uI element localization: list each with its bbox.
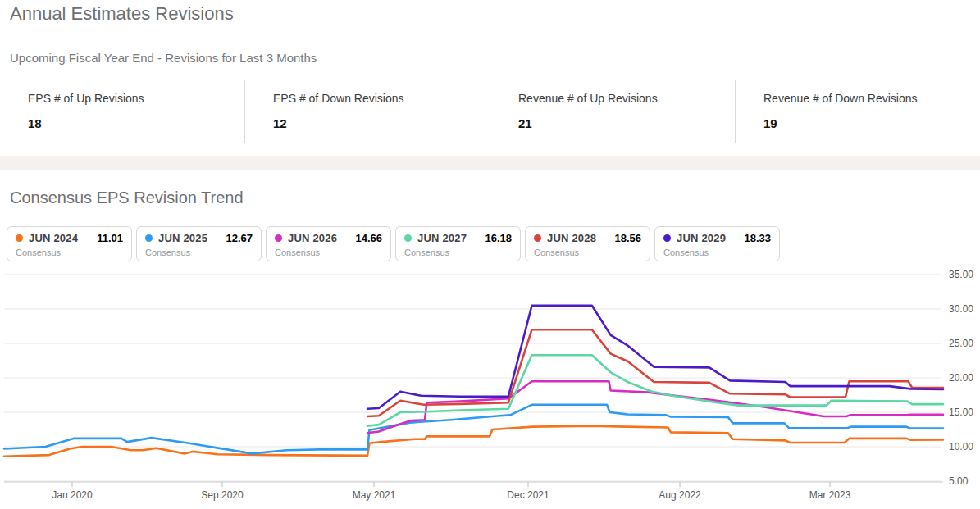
page-subtitle: Upcoming Fiscal Year End - Revisions for… [10, 51, 317, 65]
y-axis-tick-label: 30.00 [949, 303, 973, 315]
series-consensus-value: 11.01 [97, 232, 123, 244]
legend-card-jun-2026[interactable]: JUN 2026 14.66 Consensus [266, 226, 391, 261]
legend-card-top: JUN 2028 18.56 [534, 232, 641, 244]
series-consensus-value: 12.67 [226, 232, 253, 244]
series-name: JUN 2027 [417, 232, 467, 244]
y-axis-tick-label: 5.00 [949, 475, 969, 487]
stat-card-revenue-up-revisions: Revenue # of Up Revisions 21 [490, 80, 735, 143]
legend-card-jun-2025[interactable]: JUN 2025 12.67 Consensus [136, 226, 262, 261]
stat-card-eps-up-revisions: EPS # of Up Revisions 18 [0, 80, 244, 143]
series-sublabel: Consensus [16, 248, 123, 257]
series-consensus-value: 18.56 [614, 232, 641, 244]
page-title: Annual Estimates Revisions [10, 3, 234, 25]
series-consensus-value: 18.33 [744, 232, 771, 244]
series-consensus-value: 14.66 [355, 232, 382, 244]
legend-card-top: JUN 2027 16.18 [404, 232, 512, 244]
series-color-dot [145, 234, 153, 242]
x-axis-tick-label: Mar 2023 [809, 489, 851, 501]
stat-value: 12 [273, 116, 481, 130]
x-axis-tick-label: Dec 2021 [507, 489, 549, 501]
series-consensus-value: 16.18 [485, 232, 512, 244]
stat-value: 18 [28, 116, 236, 130]
series-line-jun-2028 [367, 329, 943, 416]
series-sublabel: Consensus [145, 248, 253, 257]
eps-trend-chart[interactable]: 35.0030.0025.0020.0015.0010.005.00Jan 20… [0, 269, 980, 509]
series-name: JUN 2024 [29, 232, 78, 244]
y-axis-tick-label: 10.00 [949, 441, 973, 452]
trend-section-title: Consensus EPS Revision Trend [10, 189, 244, 207]
series-line-jun-2024 [4, 426, 943, 457]
series-sublabel: Consensus [534, 248, 641, 257]
legend-card-jun-2028[interactable]: JUN 2028 18.56 Consensus [525, 226, 650, 261]
legend-card-top: JUN 2024 11.01 [16, 232, 123, 244]
stat-value: 19 [763, 116, 972, 130]
stat-card-eps-down-revisions: EPS # of Down Revisions 12 [244, 80, 490, 143]
series-sublabel: Consensus [663, 248, 771, 257]
series-name: JUN 2028 [547, 232, 596, 244]
y-axis-tick-label: 20.00 [949, 372, 973, 384]
revisions-stats-row: EPS # of Up Revisions 18 EPS # of Down R… [0, 80, 980, 143]
section-divider-band [0, 156, 980, 170]
legend-card-jun-2024[interactable]: JUN 2024 11.01 Consensus [7, 226, 132, 261]
y-axis-tick-label: 35.00 [949, 269, 973, 280]
series-line-jun-2026 [367, 381, 943, 433]
series-name: JUN 2025 [158, 232, 207, 244]
series-color-dot [663, 234, 671, 242]
legend-card-top: JUN 2029 18.33 [663, 232, 771, 244]
series-name: JUN 2029 [677, 232, 726, 244]
x-axis-tick-label: May 2021 [353, 489, 396, 501]
stat-label: EPS # of Up Revisions [28, 92, 236, 105]
stat-label: Revenue # of Down Revisions [763, 92, 972, 105]
annual-estimates-revisions-page: Annual Estimates Revisions Upcoming Fisc… [0, 0, 980, 509]
legend-card-top: JUN 2025 12.67 [145, 232, 253, 244]
legend-card-top: JUN 2026 14.66 [275, 232, 382, 244]
stat-card-revenue-down-revisions: Revenue # of Down Revisions 19 [735, 80, 980, 143]
series-color-dot [404, 234, 412, 242]
x-axis-tick-label: Aug 2022 [659, 489, 701, 501]
stat-label: EPS # of Down Revisions [273, 92, 481, 105]
stat-label: Revenue # of Up Revisions [518, 92, 727, 105]
stat-value: 21 [518, 116, 727, 130]
series-name: JUN 2026 [288, 232, 337, 244]
series-color-dot [16, 234, 23, 242]
legend-card-jun-2027[interactable]: JUN 2027 16.18 Consensus [395, 226, 521, 261]
x-axis-tick-label: Jan 2020 [52, 489, 93, 501]
eps-trend-chart-canvas[interactable]: 35.0030.0025.0020.0015.0010.005.00Jan 20… [0, 269, 980, 509]
series-color-dot [534, 234, 541, 242]
series-legend: JUN 2024 11.01 Consensus JUN 2025 12.67 … [7, 226, 780, 261]
x-axis-tick-label: Sep 2020 [201, 489, 244, 501]
series-sublabel: Consensus [275, 248, 382, 257]
y-axis-tick-label: 25.00 [949, 338, 973, 349]
y-axis-tick-label: 15.00 [949, 407, 973, 418]
legend-card-jun-2029[interactable]: JUN 2029 18.33 Consensus [654, 226, 780, 261]
series-sublabel: Consensus [404, 248, 512, 257]
series-color-dot [275, 234, 282, 242]
